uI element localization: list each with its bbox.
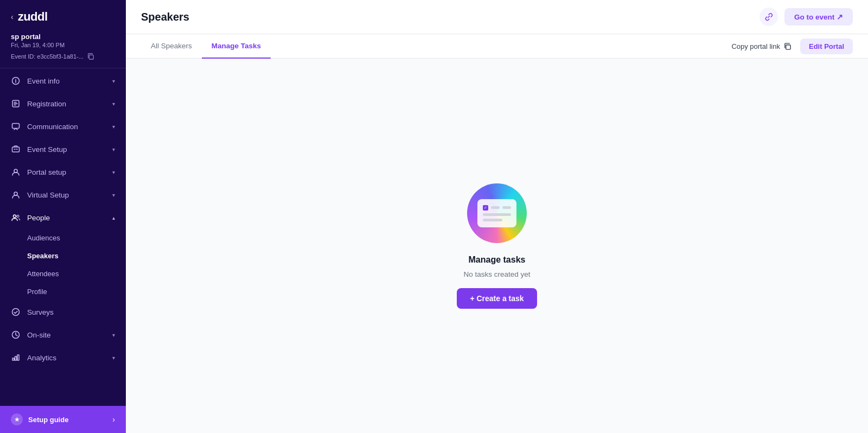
virtual-setup-icon — [11, 190, 21, 200]
chevron-up-icon: ▴ — [112, 215, 115, 221]
tabs-bar: All Speakers Manage Tasks Copy portal li… — [126, 34, 868, 59]
sidebar-item-label: Registration — [27, 100, 66, 108]
setup-guide-label: Setup guide — [28, 416, 68, 424]
main-content: Speakers Go to event ↗ All Speakers Mana… — [126, 0, 868, 433]
people-icon — [11, 213, 21, 222]
tabs: All Speakers Manage Tasks — [141, 34, 271, 58]
setup-guide-button[interactable]: ★ Setup guide › — [0, 406, 126, 433]
collapse-icon[interactable]: ‹ — [11, 12, 14, 21]
sidebar-sub-attendees[interactable]: Attendees — [0, 265, 126, 283]
copy-portal-link-label: Copy portal link — [731, 42, 780, 50]
sidebar-sub-audiences[interactable]: Audiences — [0, 229, 126, 247]
chevron-down-icon: ▾ — [112, 124, 115, 130]
check-icon: ✓ — [483, 205, 488, 211]
copy-portal-link-button[interactable]: Copy portal link — [731, 42, 792, 50]
empty-state-title: Manage tasks — [469, 255, 526, 265]
event-info-icon — [11, 76, 21, 86]
sidebar-item-label: Virtual Setup — [27, 191, 69, 199]
empty-illustration: ✓ — [467, 183, 527, 243]
sidebar-item-registration[interactable]: Registration ▾ — [0, 92, 126, 115]
page-title: Speakers — [141, 11, 189, 23]
svg-point-6 — [14, 192, 17, 195]
sidebar-item-label: On-site — [27, 331, 51, 339]
registration-icon — [11, 99, 21, 109]
illustration-card: ✓ — [477, 199, 516, 227]
svg-point-5 — [14, 169, 17, 173]
sidebar-item-analytics[interactable]: Analytics ▾ — [0, 346, 126, 369]
sidebar-item-communication[interactable]: Communication ▾ — [0, 115, 126, 138]
sidebar-item-virtual-setup[interactable]: Virtual Setup ▾ — [0, 183, 126, 206]
svg-point-9 — [12, 309, 20, 316]
sidebar-item-on-site[interactable]: On-site ▾ — [0, 323, 126, 346]
event-id-text: Event ID: e3cc5bf3-1a81-... — [11, 53, 84, 60]
sidebar-item-portal-setup[interactable]: Portal setup ▾ — [0, 161, 126, 183]
empty-state: ✓ Manage tasks No tasks created yet + Cr… — [457, 183, 537, 309]
svg-rect-4 — [12, 147, 20, 152]
header-actions: Go to event ↗ — [760, 8, 853, 26]
chevron-down-icon: ▾ — [112, 332, 115, 338]
sidebar-item-label: Event info — [27, 77, 60, 85]
logo-text: zuddl — [18, 10, 48, 24]
svg-rect-3 — [12, 124, 20, 129]
sidebar-item-event-setup[interactable]: Event Setup ▾ — [0, 138, 126, 161]
org-info: sp portal Fri, Jan 19, 4:00 PM — [0, 29, 126, 50]
communication-icon — [11, 122, 21, 131]
chevron-down-icon: ▾ — [112, 192, 115, 198]
sidebar-sub-profile[interactable]: Profile — [0, 283, 126, 301]
create-task-button[interactable]: + Create a task — [457, 288, 537, 309]
star-icon: ★ — [11, 413, 23, 425]
sidebar-item-event-info[interactable]: Event info ▾ — [0, 69, 126, 92]
svg-point-7 — [14, 215, 16, 218]
link-icon-button[interactable] — [760, 8, 778, 26]
chevron-down-icon: ▾ — [112, 147, 115, 152]
sidebar-sub-speakers[interactable]: Speakers — [0, 247, 126, 265]
content-inner: ✓ Manage tasks No tasks created yet + Cr… — [126, 59, 868, 433]
copy-event-id-icon[interactable] — [87, 53, 94, 60]
sidebar-bottom: ★ Setup guide › — [0, 406, 126, 433]
content-area: ✓ Manage tasks No tasks created yet + Cr… — [126, 59, 868, 433]
chevron-down-icon: ▾ — [112, 355, 115, 361]
chevron-down-icon: ▾ — [112, 169, 115, 175]
sidebar-item-label: Event Setup — [27, 145, 67, 154]
empty-state-subtitle: No tasks created yet — [463, 270, 530, 278]
sidebar-item-label: Communication — [27, 123, 78, 131]
surveys-icon — [11, 307, 21, 317]
sidebar-item-label: People — [27, 214, 50, 222]
sidebar-item-people[interactable]: People ▴ — [0, 206, 126, 229]
event-setup-icon — [11, 144, 21, 154]
svg-rect-0 — [89, 55, 93, 59]
tab-manage-tasks[interactable]: Manage Tasks — [202, 34, 271, 59]
event-id-row: Event ID: e3cc5bf3-1a81-... — [0, 50, 126, 67]
portal-setup-icon — [11, 167, 21, 177]
edit-portal-button[interactable]: Edit Portal — [800, 39, 853, 54]
org-name: sp portal — [11, 33, 115, 41]
chevron-down-icon: ▾ — [112, 78, 115, 84]
logo-area[interactable]: ‹ zuddl — [0, 0, 126, 29]
sidebar-item-surveys[interactable]: Surveys — [0, 301, 126, 323]
sidebar-item-label: Analytics — [27, 354, 56, 362]
sidebar-item-label: Surveys — [27, 308, 54, 316]
svg-rect-11 — [786, 44, 790, 49]
svg-point-8 — [17, 215, 19, 218]
go-to-event-button[interactable]: Go to event ↗ — [784, 8, 853, 26]
chevron-down-icon: ▾ — [112, 101, 115, 107]
sidebar-item-label: Portal setup — [27, 168, 66, 176]
tab-all-speakers[interactable]: All Speakers — [141, 34, 202, 59]
org-date: Fri, Jan 19, 4:00 PM — [11, 42, 115, 48]
tab-actions: Copy portal link Edit Portal — [731, 39, 853, 54]
analytics-icon — [11, 353, 21, 362]
top-header: Speakers Go to event ↗ — [126, 0, 868, 34]
sidebar: ‹ zuddl sp portal Fri, Jan 19, 4:00 PM E… — [0, 0, 126, 433]
on-site-icon — [11, 330, 21, 340]
chevron-right-icon: › — [112, 415, 115, 424]
